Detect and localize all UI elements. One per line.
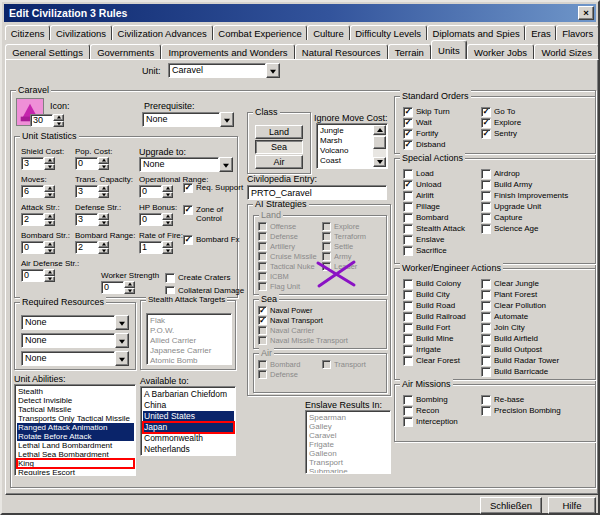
checkbox-box[interactable]: ✓	[183, 235, 193, 245]
check box[interactable]: ✓ Unload	[403, 180, 465, 190]
check box[interactable]: Stealth Attack	[403, 224, 465, 234]
list-item[interactable]: Allied Carrier	[149, 336, 230, 346]
list-item[interactable]: Rotate Before Attack	[17, 432, 134, 441]
checkbox-box[interactable]: ✓	[481, 118, 491, 128]
checkbox-box[interactable]: ✓	[183, 205, 193, 215]
checkbox[interactable]: Re-base	[481, 395, 561, 405]
list-item[interactable]: Requires Escort	[17, 468, 134, 476]
checkbox[interactable]: Bombard	[258, 360, 300, 369]
checkbox-box[interactable]: ✓	[258, 306, 267, 315]
tab[interactable]: Flavors	[556, 25, 599, 40]
class-button[interactable]: Air	[255, 155, 303, 169]
list-item[interactable]: Coast	[319, 156, 372, 166]
checkbox[interactable]: Science Age	[481, 224, 568, 234]
checkbox-box[interactable]	[481, 213, 491, 223]
checkbox-box[interactable]	[258, 222, 267, 231]
checkbox[interactable]: Finish Improvements	[481, 191, 568, 201]
checkbox[interactable]: Build Colony	[403, 279, 466, 289]
checkbox-box[interactable]: ✓	[258, 316, 267, 325]
checkbox-box[interactable]	[481, 224, 491, 234]
checkbox[interactable]: Upgrade Unit	[481, 202, 568, 212]
checkbox-box[interactable]	[481, 367, 491, 377]
help-button[interactable]: Hilfe	[548, 497, 596, 514]
list-item[interactable]: Spearman	[308, 413, 389, 422]
check box[interactable]: Pillage	[403, 202, 465, 212]
checkbox-box[interactable]	[403, 213, 413, 223]
list-item[interactable]: Submarine	[308, 467, 389, 474]
checkbox[interactable]: Clear Pollution	[481, 301, 559, 311]
checkbox-box[interactable]	[403, 290, 413, 300]
checkbox-box[interactable]	[481, 301, 491, 311]
checkbox-box[interactable]	[258, 252, 267, 261]
checkbox-box[interactable]	[481, 202, 491, 212]
list-item[interactable]: Transport	[308, 458, 389, 467]
checkbox[interactable]: Irrigate	[403, 345, 466, 355]
checkbox-box[interactable]	[403, 235, 413, 245]
checkbox-box[interactable]	[481, 279, 491, 289]
checkbox[interactable]: ✓ Sentry	[481, 129, 521, 139]
checkbox[interactable]: ✓ Req. Support	[183, 183, 243, 193]
tab[interactable]: General Settings	[5, 44, 90, 59]
checkbox[interactable]: Clear Forest	[403, 356, 466, 366]
checkbox-box[interactable]	[403, 334, 413, 344]
checkbox-box[interactable]	[481, 180, 491, 190]
checkbox[interactable]: ✓ Explore	[481, 118, 521, 128]
checkbox-box[interactable]	[258, 370, 267, 379]
list-item[interactable]: A Barbarian Chiefdom	[143, 389, 234, 400]
list-item[interactable]: Japanese Carrier	[149, 346, 230, 356]
checkbox[interactable]: Cruise Missile	[258, 252, 317, 261]
ignore-move-cost-list[interactable]: JungleMarshVolcanoCoast	[316, 123, 388, 169]
available-to-list[interactable]: A Barbarian ChiefdomChinaUnited StatesJa…	[140, 386, 236, 456]
checkbox[interactable]: Build Fort	[403, 323, 466, 333]
checkbox[interactable]: Terraform	[322, 232, 366, 241]
tab[interactable]: Civilization Advances	[112, 25, 213, 40]
checkbox[interactable]: Clear Jungle	[481, 279, 559, 289]
unit-abilities-list[interactable]: StealthDetect InvisibleTactical MissileT…	[14, 384, 136, 476]
list-item[interactable]: Atomic Bomb	[149, 356, 230, 365]
checkbox[interactable]: Build Mine	[403, 334, 466, 344]
scrollbar[interactable]	[373, 125, 386, 167]
check box[interactable]: Enslave	[403, 235, 465, 245]
checkbox-box[interactable]	[403, 395, 413, 405]
checkbox[interactable]: Capture	[481, 213, 568, 223]
close-icon[interactable]: ×	[578, 6, 594, 20]
checkbox-box[interactable]	[322, 222, 331, 231]
checkbox-box[interactable]: ✓	[403, 129, 413, 139]
checkbox[interactable]: ICBM	[258, 272, 317, 281]
tab[interactable]: Culture	[307, 25, 349, 40]
list-item[interactable]: Japan	[143, 422, 234, 433]
unit-select[interactable]: Caravel	[168, 63, 280, 78]
checkbox[interactable]: Build Outpost	[481, 345, 559, 355]
tab[interactable]: Worker Jobs	[467, 44, 534, 59]
tab[interactable]: Improvements and Wonders	[161, 44, 294, 59]
stealth-attack-targets-list[interactable]: FlakP.O.W.Allied CarrierJapanese Carrier…	[146, 313, 232, 365]
checkbox[interactable]: Plant Forest	[481, 290, 559, 300]
checkbox-box[interactable]	[403, 246, 413, 256]
tab[interactable]: Governments	[90, 44, 161, 59]
checkbox[interactable]: Artillery	[258, 242, 317, 251]
checkbox-box[interactable]	[258, 272, 267, 281]
tab[interactable]: Difficulty Levels	[350, 25, 427, 40]
checkbox[interactable]: Explore	[322, 222, 366, 231]
resource-select[interactable]: None	[21, 315, 129, 330]
checkbox[interactable]: ✓ Naval Transport	[258, 316, 348, 325]
list-item[interactable]: King	[17, 459, 134, 468]
checkbox-box[interactable]	[258, 262, 267, 271]
list-item[interactable]: Tactical Missile	[17, 405, 134, 414]
check box[interactable]: Sacrifice	[403, 246, 465, 256]
check box[interactable]: Load	[403, 169, 465, 179]
class-button[interactable]: Land	[255, 125, 303, 139]
checkbox[interactable]: Airdrop	[481, 169, 568, 179]
checkbox-box[interactable]	[322, 242, 331, 251]
tab[interactable]: World Sizes	[534, 44, 599, 59]
checkbox-box[interactable]	[481, 406, 491, 416]
list-item[interactable]: Lethal Sea Bombardment	[17, 450, 134, 459]
tab[interactable]: Eras	[525, 25, 556, 40]
check box[interactable]: Airlift	[403, 191, 465, 201]
checkbox-box[interactable]	[481, 323, 491, 333]
checkbox-box[interactable]	[481, 395, 491, 405]
list-item[interactable]: Ranged Attack Animation	[17, 423, 134, 432]
checkbox-box[interactable]	[403, 224, 413, 234]
tab[interactable]: Combat Experience	[213, 25, 308, 40]
checkbox[interactable]: Build Barricade	[481, 367, 559, 377]
